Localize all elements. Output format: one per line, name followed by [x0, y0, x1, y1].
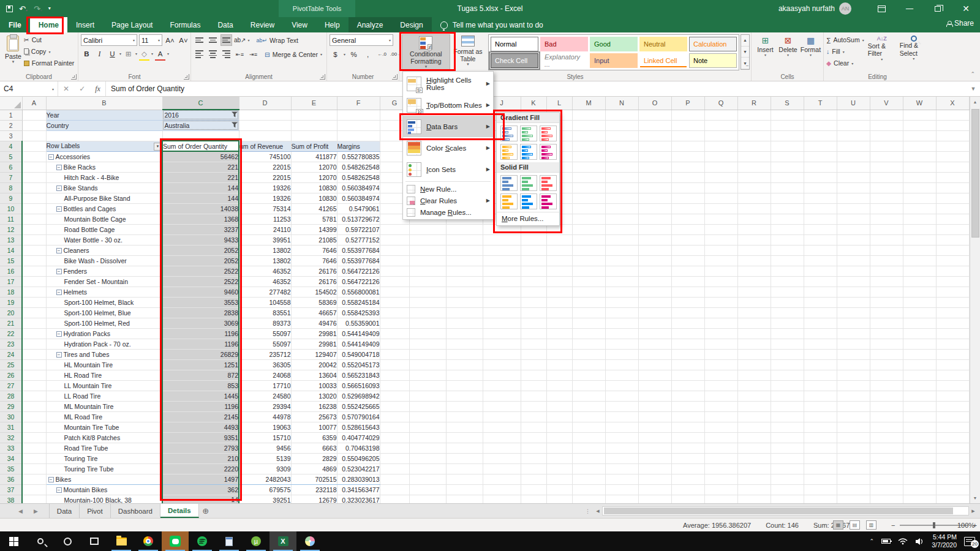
- cell-D30[interactable]: 44978: [239, 411, 291, 422]
- cell-F13[interactable]: 0.52777152: [337, 234, 380, 245]
- cell-L16[interactable]: [546, 266, 572, 276]
- cell-style-linked-cell[interactable]: Linked Cell: [639, 53, 687, 68]
- cell-J27[interactable]: [483, 380, 521, 391]
- cell-M28[interactable]: [572, 391, 605, 401]
- cell-Q15[interactable]: [704, 255, 737, 266]
- cell-W5[interactable]: [903, 151, 936, 162]
- cell-S23[interactable]: [771, 339, 804, 349]
- cell-N27[interactable]: [605, 380, 638, 391]
- cell-I20[interactable]: [446, 307, 483, 318]
- cell-Q13[interactable]: [704, 234, 737, 245]
- row-header-11[interactable]: 11: [0, 214, 22, 224]
- cell-N11[interactable]: [605, 214, 638, 224]
- cell-T6[interactable]: [804, 162, 837, 172]
- cell-C9[interactable]: 144: [162, 193, 239, 203]
- cell-K36[interactable]: [521, 474, 546, 484]
- cell-P38[interactable]: [671, 495, 704, 503]
- cell-G20[interactable]: [380, 307, 409, 318]
- cell-W37[interactable]: [903, 484, 936, 495]
- cell-O9[interactable]: [638, 193, 671, 203]
- cell-J25[interactable]: [483, 359, 521, 370]
- cell-C31[interactable]: 4493: [162, 422, 239, 432]
- spotify-icon[interactable]: [189, 531, 216, 551]
- tab-analyze[interactable]: Analyze: [349, 17, 392, 32]
- cell-W28[interactable]: [903, 391, 936, 401]
- cell-H29[interactable]: [409, 401, 446, 411]
- cell-D33[interactable]: 9456: [239, 443, 291, 453]
- cell-I32[interactable]: [446, 432, 483, 443]
- cell-N9[interactable]: [605, 193, 638, 203]
- row-header-33[interactable]: 33: [0, 443, 22, 453]
- speaker-icon[interactable]: [915, 538, 924, 545]
- cell-N30[interactable]: [605, 411, 638, 422]
- align-right-icon[interactable]: [221, 48, 232, 60]
- cell-V10[interactable]: [870, 203, 903, 214]
- tab-insert[interactable]: Insert: [67, 17, 103, 32]
- cell-F22[interactable]: 0.544149409: [337, 328, 380, 339]
- cell-D8[interactable]: 19326: [239, 182, 291, 193]
- row-header-26[interactable]: 26: [0, 370, 22, 380]
- cell-X6[interactable]: [936, 162, 969, 172]
- cell-U9[interactable]: [837, 193, 870, 203]
- cell-F20[interactable]: 0.558425393: [337, 307, 380, 318]
- cell-E37[interactable]: 232118: [291, 484, 337, 495]
- cell-S11[interactable]: [771, 214, 804, 224]
- cell-M18[interactable]: [572, 287, 605, 297]
- column-header-E[interactable]: E: [291, 97, 337, 110]
- row-header-30[interactable]: 30: [0, 411, 22, 422]
- share-button[interactable]: Share: [946, 19, 974, 28]
- cell-G33[interactable]: [380, 443, 409, 453]
- cell-A24[interactable]: [22, 349, 46, 359]
- cell-P21[interactable]: [671, 318, 704, 328]
- cell-H18[interactable]: [409, 287, 446, 297]
- cell-N38[interactable]: [605, 495, 638, 503]
- cell-J35[interactable]: [483, 463, 521, 474]
- cell-B29[interactable]: ML Mountain Tire: [46, 401, 162, 411]
- align-center-icon[interactable]: [207, 48, 219, 60]
- cell-F19[interactable]: 0.558245184: [337, 297, 380, 307]
- cell-H17[interactable]: [409, 276, 446, 287]
- cell-V35[interactable]: [870, 463, 903, 474]
- cell-C28[interactable]: 1445: [162, 391, 239, 401]
- cell-A9[interactable]: [22, 193, 46, 203]
- cell-V31[interactable]: [870, 422, 903, 432]
- cell-I31[interactable]: [446, 422, 483, 432]
- cell-V34[interactable]: [870, 453, 903, 463]
- cell-V1[interactable]: [870, 110, 903, 120]
- cell-E20[interactable]: 46657: [291, 307, 337, 318]
- copy-button[interactable]: Copy▾: [24, 46, 74, 57]
- cell-U28[interactable]: [837, 391, 870, 401]
- cell-D1[interactable]: [239, 110, 291, 120]
- cell-D3[interactable]: [239, 130, 291, 141]
- cell-E7[interactable]: 12070: [291, 172, 337, 182]
- cell-T5[interactable]: [804, 151, 837, 162]
- cell-B12[interactable]: Road Bottle Cage: [46, 224, 162, 234]
- cell-T28[interactable]: [804, 391, 837, 401]
- cell-V27[interactable]: [870, 380, 903, 391]
- cell-P17[interactable]: [671, 276, 704, 287]
- cell-B16[interactable]: −Fenders: [46, 266, 162, 276]
- cell-V18[interactable]: [870, 287, 903, 297]
- cell-N4[interactable]: [605, 141, 638, 151]
- cell-V4[interactable]: [870, 141, 903, 151]
- customize-quick-access-icon[interactable]: ▾: [48, 6, 51, 11]
- cell-K20[interactable]: [521, 307, 546, 318]
- cell-M21[interactable]: [572, 318, 605, 328]
- cell-W18[interactable]: [903, 287, 936, 297]
- cell-W3[interactable]: [903, 130, 936, 141]
- cell-S6[interactable]: [771, 162, 804, 172]
- scroll-up-icon[interactable]: ▲: [970, 97, 980, 107]
- cell-I37[interactable]: [446, 484, 483, 495]
- cell-A22[interactable]: [22, 328, 46, 339]
- column-header-R[interactable]: R: [737, 97, 771, 110]
- tab-review[interactable]: Review: [242, 17, 283, 32]
- cell-K35[interactable]: [521, 463, 546, 474]
- cell-T27[interactable]: [804, 380, 837, 391]
- cell-U7[interactable]: [837, 172, 870, 182]
- cell-B15[interactable]: Bike Wash - Dissolver: [46, 255, 162, 266]
- cell-A12[interactable]: [22, 224, 46, 234]
- cell-T18[interactable]: [804, 287, 837, 297]
- cell-Q37[interactable]: [704, 484, 737, 495]
- cell-A1[interactable]: [22, 110, 46, 120]
- gradient-light-blue-databar-swatch[interactable]: [520, 144, 537, 160]
